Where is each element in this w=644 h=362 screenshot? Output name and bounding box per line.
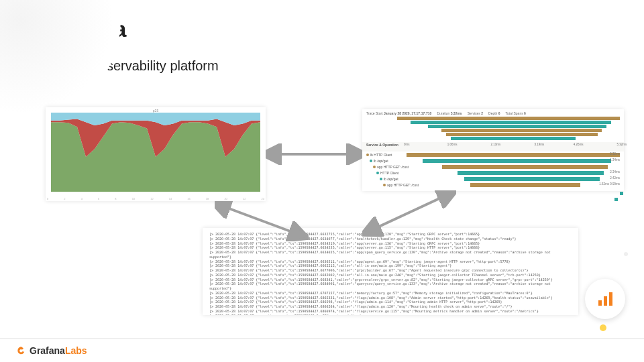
trace-row-bar	[464, 177, 600, 181]
log-line: [> 2020-05-28 14:07:07 {"level":"info","…	[209, 304, 572, 309]
ruler-tick: 4.26ms	[574, 143, 584, 146]
log-line: [> 2020-05-28 14:07:07 {"level":"info","…	[209, 282, 572, 291]
trace-row: lb HTTP Client5.32ms	[366, 152, 620, 158]
trace-rows: lb HTTP Client5.32mslb /api/get1.34msapp…	[366, 152, 620, 188]
log-line: [> 2020-05-28 21:07:07 memrestic: runnin…	[209, 314, 572, 316]
service-dot-icon	[366, 154, 369, 156]
trace-panel: Trace Start January 28 2020, 17:17:17:71…	[362, 109, 624, 191]
svg-rect-6	[620, 192, 623, 195]
footer: Grafana Labs	[0, 339, 644, 362]
decorative-arc	[0, 0, 121, 121]
trace-row-name: lb /api/get	[384, 177, 398, 181]
log-line: [> 2020-05-28 14:07:07 {"level":"info","…	[209, 300, 572, 304]
trace-header: Trace Start January 28 2020, 17:17:17:71…	[362, 109, 624, 116]
log-line: [> 2020-05-28 14:07:07 {"level":"info","…	[209, 268, 572, 273]
trace-row-bar	[423, 159, 612, 163]
footer-brand-grafana: Grafana	[30, 345, 65, 356]
trace-row: app HTTP GET: /cust	[366, 164, 620, 170]
ruler-tick: 5.32ms	[617, 143, 627, 146]
trace-overview-bar	[411, 121, 611, 124]
decorative-dot-yellow	[600, 324, 606, 331]
trace-row-duration: 5.32ms	[610, 152, 620, 156]
trace-overview-bar	[446, 133, 598, 136]
log-line: [> 2020-05-28 14:07:07 {"level":"info","…	[209, 241, 572, 246]
trace-overview-bar	[451, 137, 576, 140]
trace-row-bar	[407, 153, 620, 157]
service-operation-header: Service & Operation	[366, 143, 398, 147]
svg-line-4	[370, 194, 448, 231]
svg-rect-5	[614, 198, 618, 201]
trace-overview-bar	[397, 117, 620, 120]
decorative-dot-grey	[624, 252, 628, 256]
arrow-metrics-trace	[266, 141, 362, 168]
trace-row: lb /api/get2.42ms	[366, 176, 620, 182]
grafana-logo-icon	[16, 346, 25, 355]
decorative-dots	[614, 192, 624, 204]
trace-row-bar	[458, 171, 604, 175]
trace-row: lb /api/get1.34ms	[366, 158, 620, 164]
trace-row-name: HTTP Client	[380, 171, 398, 175]
trace-row-duration: 1.52ms 0.99ms	[599, 182, 620, 186]
log-line: [> 2020-05-28 14:07:07 {"level":"info","…	[209, 250, 572, 259]
grafana-bars-icon	[585, 279, 625, 319]
log-line: [> 2020-05-28 14:07:07 {"level":"info","…	[209, 263, 572, 268]
page-subtitle: As a full observability platform	[40, 58, 604, 74]
log-line: [> 2020-05-28 14:07:07 {"level":"info","…	[209, 296, 572, 300]
service-dot-icon	[376, 172, 379, 174]
trace-row-duration: 1.34ms	[610, 158, 620, 162]
ruler-tick: 3.19ms	[534, 143, 544, 146]
service-dot-icon	[370, 160, 372, 162]
trace-row-name: lb HTTP Client	[370, 153, 392, 157]
log-line: [> 2020-05-28 14:07:07 {"level":"info","…	[209, 259, 572, 264]
arrow-trace-logs	[362, 190, 456, 237]
trace-overview-bar	[441, 129, 602, 132]
trace-row-bar	[470, 183, 580, 187]
trace-row: HTTP Client2.34ms	[366, 170, 620, 176]
ruler-tick: 0ms	[404, 143, 410, 146]
stacked-area-chart	[51, 113, 260, 192]
log-line: [> 2020-05-28 14:07:07 {"level":"info","…	[209, 278, 572, 282]
service-dot-icon	[380, 178, 382, 180]
trace-row-name: app HTTP GET: /cust	[377, 165, 409, 169]
trace-row-duration: 2.42ms	[610, 176, 620, 180]
service-dot-icon	[383, 184, 386, 186]
trace-row-name: lb /api/get	[374, 159, 388, 163]
trace-ruler: Service & Operation 0ms1.06ms2.13ms3.19m…	[362, 142, 624, 152]
footer-brand-labs: Labs	[65, 345, 87, 356]
ruler-tick: 2.13ms	[491, 143, 501, 146]
svg-line-3	[220, 205, 299, 235]
trace-row-name: app HTTP GET: /cust	[387, 183, 419, 187]
page-title: Grafana	[40, 16, 604, 42]
log-line: [> 2020-05-28 14:07:07 {"level":"info","…	[209, 245, 572, 250]
service-dot-icon	[373, 166, 376, 168]
trace-overview-gantt	[397, 117, 620, 141]
trace-row-duration: 2.34ms	[610, 170, 620, 174]
trace-row: app HTTP GET: /cust1.52ms 0.99ms	[366, 182, 620, 188]
arrow-metrics-logs	[215, 201, 309, 241]
trace-overview-bar	[428, 125, 606, 128]
log-line: [> 2020-05-28 14:07:07 {"level":"info","…	[209, 309, 572, 314]
ruler-tick: 1.06ms	[447, 143, 458, 146]
metrics-panel: p25 024681012141618202224	[46, 107, 266, 201]
log-line: [> 2020-05-28 14:07:07 {"level":"info","…	[209, 291, 572, 296]
log-line: [> 2020-05-28 14:07:07 {"level":"info","…	[209, 273, 572, 278]
trace-row-bar	[442, 165, 607, 169]
